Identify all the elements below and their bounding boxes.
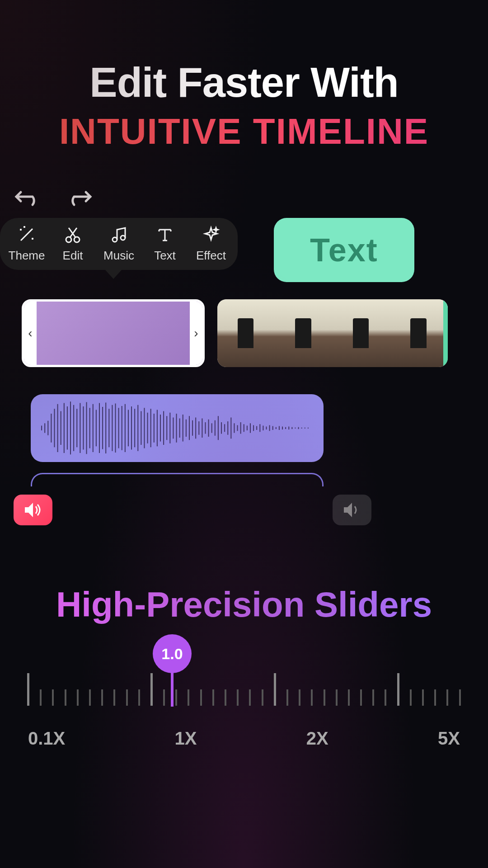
music-icon [109, 225, 128, 244]
headline: Edit Faster With INTUITIVE TIMELINE [0, 0, 488, 152]
scissors-icon [63, 225, 82, 244]
clip-thumbnails [24, 302, 202, 365]
tool-effect[interactable]: Effect [193, 225, 229, 263]
slider-label: 2X [306, 728, 328, 749]
undo-button[interactable] [14, 189, 40, 207]
audio-clip[interactable] [31, 394, 324, 462]
redo-button[interactable] [67, 189, 93, 207]
speaker-on-icon [23, 501, 43, 519]
tool-label: Music [103, 249, 134, 263]
sliders-title: High-Precision Sliders [0, 584, 488, 625]
video-timeline[interactable]: ‹ › [0, 299, 488, 367]
trim-handle-right[interactable]: › [190, 302, 202, 365]
slider-label: 1X [175, 728, 197, 749]
tool-edit[interactable]: Edit [55, 225, 90, 263]
clip-edge-marker [443, 299, 448, 367]
video-clip-selected[interactable]: ‹ › [22, 299, 205, 367]
tool-label: Theme [9, 249, 45, 263]
wand-icon [17, 225, 36, 244]
slider-label: 5X [438, 728, 460, 749]
audio-mute-button[interactable] [333, 495, 371, 525]
headline-bottom: INTUITIVE TIMELINE [0, 111, 488, 152]
trim-handle-left[interactable]: ‹ [24, 302, 37, 365]
toolbar: Theme Edit Music Text Effect [0, 218, 238, 270]
slider-value-bubble: 1.0 [153, 634, 192, 673]
tool-theme[interactable]: Theme [9, 225, 44, 263]
audio-on-button[interactable] [14, 495, 52, 525]
tool-label: Text [154, 249, 176, 263]
tool-text[interactable]: Text [147, 225, 183, 263]
text-icon [155, 225, 174, 244]
toolbar-row: Theme Edit Music Text Effect Text [0, 218, 488, 282]
tool-music[interactable]: Music [101, 225, 136, 263]
headline-top: Edit Faster With [0, 59, 488, 106]
slider-label: 0.1X [28, 728, 65, 749]
tool-label: Effect [196, 249, 226, 263]
text-element-pill[interactable]: Text [274, 218, 414, 282]
redo-icon [67, 189, 93, 207]
speed-slider[interactable]: 1.0 0.1X 1X 2X 5X [0, 670, 488, 749]
audio-controls [14, 495, 488, 525]
video-clip[interactable] [217, 299, 448, 367]
undo-redo-bar [0, 189, 488, 207]
slider-ticks [27, 670, 461, 706]
speaker-icon [342, 501, 362, 519]
slider-labels: 0.1X 1X 2X 5X [27, 728, 461, 749]
undo-icon [14, 189, 40, 207]
audio-track-outline [31, 473, 324, 486]
tool-label: Edit [63, 249, 83, 263]
sparkle-icon [202, 225, 221, 244]
slider-indicator [171, 671, 174, 707]
waveform-icon [39, 399, 314, 457]
